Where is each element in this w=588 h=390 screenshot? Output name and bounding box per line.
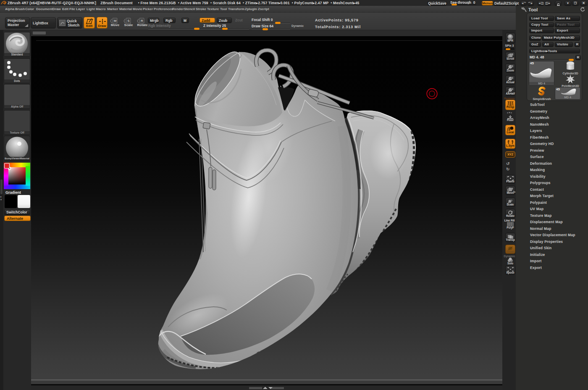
svg-text:M: M	[114, 19, 117, 23]
svg-text:S: S	[127, 19, 130, 23]
svg-text:R: R	[141, 19, 143, 23]
